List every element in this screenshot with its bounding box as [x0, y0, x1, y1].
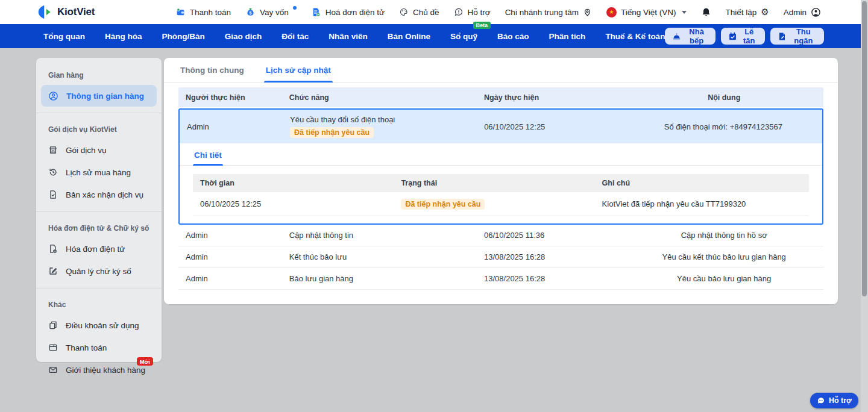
sidebar-item-label: Lịch sử mua hàng [66, 168, 131, 177]
calendar-check-icon [728, 32, 737, 41]
divider [36, 211, 162, 212]
chat-icon [454, 7, 464, 17]
topbar-link-vay-von[interactable]: $ Vay vốn [245, 7, 297, 17]
scrollbar-track[interactable] [861, 0, 868, 412]
topbar-link-ho-tro[interactable]: Hỗ trợ Beta [454, 7, 491, 17]
sidebar-item-hoa-don-dien-tu[interactable]: Hóa đơn điện tử [41, 238, 157, 260]
nav-item-giao-dich[interactable]: Giao dịch [225, 32, 262, 41]
cell-content: Yêu cầu kết thúc bảo lưu gian hàng [624, 252, 823, 261]
kitchen-button-label: Nhà bếp [685, 27, 708, 45]
detail-table: Thời gian Trạng thái Ghi chú 06/10/2025 … [193, 174, 809, 216]
nav-links: Tổng quan Hàng hóa Phòng/Bàn Giao dịch Đ… [43, 32, 665, 41]
topbar-link-label: Thanh toán [190, 8, 231, 17]
brand-name: KiotViet [57, 6, 95, 18]
reception-button-label: Lễ tân [741, 27, 758, 45]
sidebar-section-hoa-don-chu-ky: Hóa đơn điện tử & Chữ ký số [36, 218, 162, 237]
receipt-icon [778, 32, 787, 41]
history-table: Người thực hiện Chức năng Ngày thực hiện… [164, 83, 838, 290]
nav-item-nhan-vien[interactable]: Nhân viên [329, 32, 368, 41]
column-header-ghi-chu: Ghi chú [602, 179, 809, 187]
chevron-down-icon [682, 11, 687, 14]
cell-status: Đã tiếp nhận yêu cầu [401, 199, 602, 208]
nav-item-phong-ban[interactable]: Phòng/Bàn [162, 32, 205, 41]
table-row[interactable]: Admin Bảo lưu gian hàng 13/08/2025 16:28… [178, 268, 823, 290]
sidebar-item-goi-dich-vu[interactable]: Gói dịch vụ [41, 139, 157, 161]
sidebar-item-thanh-toan[interactable]: Thanh toán [41, 337, 157, 358]
sidebar-item-label: Quản lý chữ ký số [66, 267, 131, 276]
nav-item-doi-tac[interactable]: Đối tác [281, 32, 309, 41]
sidebar-item-dieu-khoan-su-dung[interactable]: Điều khoản sử dụng [41, 314, 157, 336]
sidebar-item-quan-ly-chu-ky-so[interactable]: Quản lý chữ ký số [41, 260, 157, 282]
cell-date: 06/10/2025 11:36 [483, 231, 624, 240]
cell-note: KiotViet đã tiếp nhận yêu cầu TT7199320 [602, 199, 809, 208]
table-header-row: Người thực hiện Chức năng Ngày thực hiện… [178, 87, 823, 107]
divider [36, 113, 162, 113]
nav-item-hang-hoa[interactable]: Hàng hóa [105, 32, 142, 41]
detail-header-row: Thời gian Trạng thái Ghi chú [193, 174, 809, 192]
nav-item-phan-tich[interactable]: Phân tích [549, 32, 586, 41]
settings-button[interactable]: Thiết lập ⚙ [726, 8, 769, 17]
language-selector[interactable]: ★ Tiếng Việt (VN) [606, 7, 687, 17]
tab-thong-tin-chung[interactable]: Thông tin chung [178, 66, 246, 82]
table-row-expanded[interactable]: Admin Yêu cầu thay đổi số điện thoại Đã … [180, 110, 822, 143]
sidebar-item-lich-su-mua-hang[interactable]: Lịch sử mua hàng [41, 161, 157, 183]
einvoice-icon [311, 7, 321, 17]
bell-icon [701, 7, 711, 17]
cashier-button[interactable]: Thu ngân [770, 28, 824, 45]
invoice-icon [48, 244, 58, 254]
cloche-icon [672, 32, 681, 41]
column-header-chuc-nang: Chức năng [287, 93, 483, 102]
tab-lich-su-cap-nhat[interactable]: Lịch sử cập nhật [264, 66, 333, 82]
topbar-link-hoa-don-dien-tu[interactable]: Hoá đơn điện tử [311, 7, 385, 17]
tab-bar: Thông tin chung Lịch sử cập nhật [164, 58, 838, 83]
sidebar-item-label: Điều khoản sử dụng [66, 321, 139, 330]
sidebar-item-gioi-thieu-khach-hang[interactable]: Giới thiệu khách hàng Mới [41, 359, 157, 381]
table-row[interactable]: Admin Cập nhật thông tin 06/10/2025 11:3… [178, 225, 823, 246]
wallet-icon [175, 7, 186, 17]
store-icon [48, 145, 58, 155]
sidebar-section-khac: Khác [36, 295, 162, 314]
nav-item-ban-online[interactable]: Bán Online [388, 32, 430, 41]
user-label: Admin [784, 8, 807, 17]
topbar-link-chu-de[interactable]: Chủ đề [399, 7, 439, 17]
nav-item-tong-quan[interactable]: Tổng quan [43, 32, 85, 41]
tab-chi-tiet[interactable]: Chi tiết [193, 149, 223, 165]
support-fab[interactable]: Hỗ trợ [810, 393, 858, 408]
detail-row: 06/10/2025 12:25 Đã tiếp nhận yêu cầu Ki… [193, 192, 809, 216]
notifications-button[interactable] [701, 7, 711, 17]
location-pin-icon [583, 8, 592, 17]
topbar-link-label: Hỗ trợ [468, 8, 491, 17]
cell-date: 13/08/2025 16:28 [483, 274, 624, 283]
column-header-trang-thai: Trạng thái [401, 179, 602, 187]
cell-action: Yêu cầu thay đổi số điện thoại Đã tiếp n… [288, 115, 483, 138]
language-label: Tiếng Việt (VN) [621, 8, 676, 17]
sidebar-item-ban-xac-nhan-dich-vu[interactable]: Bản xác nhận dịch vụ [41, 184, 157, 205]
cell-action: Kết thúc bảo lưu [287, 252, 483, 261]
sidebar-section-gian-hang: Gian hàng [36, 65, 162, 84]
nav-item-bao-cao[interactable]: Báo cáo [497, 32, 529, 41]
beta-badge: Beta [473, 22, 491, 29]
topbar-link-label: Hoá đơn điện tử [326, 8, 385, 17]
support-fab-label: Hỗ trợ [829, 396, 852, 405]
row-detail-panel: Chi tiết Thời gian Trạng thái Ghi chú 06… [180, 143, 822, 223]
notification-dot [293, 6, 297, 10]
sidebar: Gian hàng Thông tin gian hàng Gói dịch v… [36, 58, 162, 362]
user-menu[interactable]: Admin [784, 7, 821, 17]
branch-selector[interactable]: Chi nhánh trung tâm [505, 8, 592, 17]
reception-button[interactable]: Lễ tân [721, 28, 765, 45]
sidebar-item-label: Giới thiệu khách hàng [66, 366, 145, 375]
nav-item-so-quy[interactable]: Sổ quỹ [450, 32, 477, 41]
nav-actions: Nhà bếp Lễ tân [665, 28, 824, 45]
detail-tab-bar: Chi tiết [180, 143, 822, 166]
kitchen-button[interactable]: Nhà bếp [665, 28, 715, 45]
sidebar-item-thong-tin-gian-hang[interactable]: Thông tin gian hàng [41, 85, 157, 107]
cell-content: Cập nhật thông tin hồ sơ [624, 231, 823, 240]
sidebar-section-goi-dich-vu: Gói dịch vụ KiotViet [36, 119, 162, 139]
table-row[interactable]: Admin Kết thúc bảo lưu 13/08/2025 16:28 … [178, 246, 823, 268]
scrollbar-thumb[interactable] [862, 1, 867, 296]
chat-filled-icon [817, 396, 825, 405]
kiotviet-logo[interactable]: KiotViet [37, 4, 95, 20]
nav-item-thue-ke-toan[interactable]: Thuế & Kế toán [605, 32, 665, 41]
topbar-link-label: Vay vốn [260, 8, 289, 17]
topbar-link-thanh-toan[interactable]: Thanh toán [175, 7, 231, 17]
